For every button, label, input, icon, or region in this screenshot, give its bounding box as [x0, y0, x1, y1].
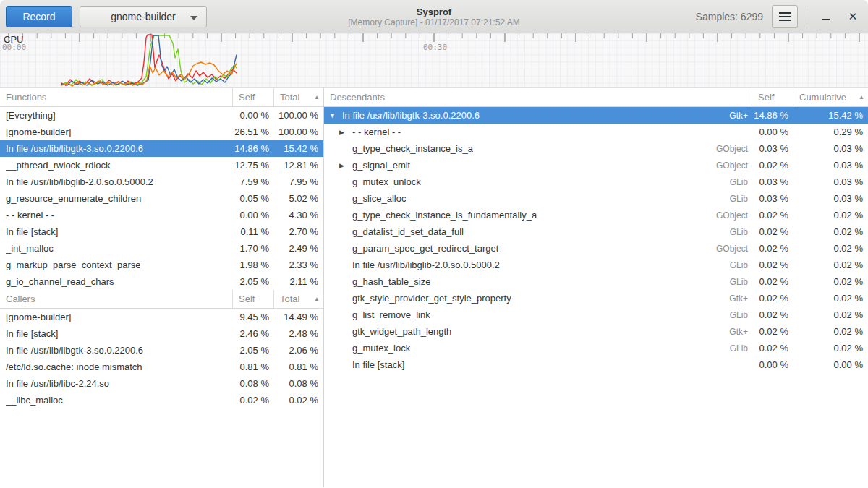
caller-row[interactable]: In file [stack]2.46 %2.48 % [0, 325, 323, 342]
symbol-name: g_slice_alloc [352, 193, 406, 204]
symbol-name-cell: ▶- - kernel - - [324, 127, 752, 137]
library-tag: GObject [716, 210, 752, 221]
symbol-name-cell: g_slice_allocGLib [324, 193, 752, 204]
function-row[interactable]: In file /usr/lib/libgtk-3.so.0.2200.614.… [0, 140, 323, 157]
total-percent: 2.11 % [274, 276, 323, 287]
total-percent: 100.00 % [274, 110, 323, 121]
caller-row[interactable]: __libc_malloc0.02 %0.02 % [0, 392, 323, 408]
self-percent: 0.00 % [233, 110, 274, 121]
column-header-functions[interactable]: Functions [0, 88, 233, 106]
symbol-name: In file [stack] [6, 226, 58, 237]
column-header-cumulative[interactable]: Cumulative ▲ [793, 88, 868, 106]
self-percent: 0.11 % [233, 226, 274, 237]
expander-open-icon[interactable]: ▼ [329, 112, 342, 119]
descendant-row[interactable]: In file /usr/lib/libglib-2.0.so.0.5000.2… [324, 257, 868, 273]
expander-closed-icon[interactable]: ▶ [339, 129, 352, 136]
function-row[interactable]: g_resource_enumerate_children0.05 %5.02 … [0, 190, 323, 207]
function-row[interactable]: g_markup_parse_context_parse1.98 %2.33 % [0, 257, 323, 273]
function-row[interactable]: g_io_channel_read_chars2.05 %2.11 % [0, 273, 323, 290]
symbol-name-cell: gtk_style_provider_get_style_propertyGtk… [324, 293, 752, 304]
descendant-row[interactable]: g_type_check_instance_is_aGObject0.03 %0… [324, 140, 868, 157]
descendant-row[interactable]: g_type_check_instance_is_fundamentally_a… [324, 207, 868, 223]
column-header-callers[interactable]: Callers [0, 290, 233, 308]
descendant-row[interactable]: g_hash_table_sizeGLib0.02 %0.02 % [324, 273, 868, 290]
right-pane: Descendants Self Cumulative ▲ ▼In file /… [324, 88, 868, 373]
process-selector-dropdown[interactable]: gnome-builder [80, 6, 207, 27]
descendant-row[interactable]: ▶- - kernel - -0.00 %0.29 % [324, 124, 868, 140]
symbol-name-cell: g_mutex_unlockGLib [324, 176, 752, 187]
cumulative-percent: 0.00 % [793, 359, 868, 370]
descendant-row[interactable]: In file [stack]0.00 %0.00 % [324, 356, 868, 373]
process-selector-label: gnome-builder [111, 11, 176, 22]
self-percent: 1.98 % [233, 260, 274, 270]
caller-row[interactable]: In file /usr/lib/libc-2.24.so0.08 %0.08 … [0, 375, 323, 392]
symbol-name-cell: In file /usr/lib/libglib-2.0.so.0.5000.2… [324, 260, 752, 270]
descendant-row[interactable]: gtk_style_provider_get_style_propertyGtk… [324, 290, 868, 307]
self-percent: 0.03 % [752, 143, 793, 154]
symbol-name: gtk_widget_path_length [352, 326, 451, 337]
self-percent: 0.00 % [233, 210, 274, 221]
symbol-name: - - kernel - - [6, 210, 54, 221]
symbol-name-cell: In file [stack] [0, 328, 233, 339]
column-header-total[interactable]: Total ▲ [274, 290, 323, 308]
library-tag: Gtk+ [729, 294, 752, 304]
symbol-name: In file /usr/lib/libc-2.24.so [6, 378, 109, 389]
descendant-row[interactable]: g_mutex_lockGLib0.02 %0.02 % [324, 340, 868, 356]
caller-row[interactable]: /etc/ld.so.cache: inode mismatch0.81 %0.… [0, 359, 323, 375]
function-row[interactable]: - - kernel - -0.00 %4.30 % [0, 207, 323, 223]
functions-table-header: Functions Self Total ▲ [0, 88, 323, 107]
symbol-name-cell: g_mutex_lockGLib [324, 343, 752, 354]
symbol-name-cell: - - kernel - - [0, 210, 233, 221]
cumulative-percent: 0.02 % [793, 309, 868, 320]
self-percent: 0.02 % [752, 293, 793, 304]
column-header-total-label: Total [280, 294, 299, 304]
expander-closed-icon[interactable]: ▶ [339, 162, 352, 169]
caller-row[interactable]: In file /usr/lib/libgtk-3.so.0.2200.62.0… [0, 342, 323, 359]
total-percent: 5.02 % [274, 193, 323, 204]
cumulative-percent: 0.02 % [793, 293, 868, 304]
function-row[interactable]: __pthread_rwlock_rdlock12.75 %12.81 % [0, 157, 323, 174]
menu-button[interactable] [772, 5, 798, 28]
self-percent: 0.02 % [752, 343, 793, 354]
library-tag: GLib [730, 227, 752, 237]
symbol-name: __pthread_rwlock_rdlock [6, 160, 111, 171]
column-header-self[interactable]: Self [233, 88, 274, 106]
function-row[interactable]: In file [stack]0.11 %2.70 % [0, 223, 323, 240]
total-percent: 0.02 % [274, 395, 323, 406]
descendant-row[interactable]: g_datalist_id_set_data_fullGLib0.02 %0.0… [324, 223, 868, 240]
symbol-name-cell: ▼In file /usr/lib/libgtk-3.so.0.2200.6Gt… [324, 110, 752, 121]
descendant-row[interactable]: ▶g_signal_emitGObject0.02 %0.03 % [324, 157, 868, 174]
column-header-total[interactable]: Total ▲ [274, 88, 323, 106]
descendant-row[interactable]: gtk_widget_path_lengthGtk+0.02 %0.02 % [324, 323, 868, 340]
caller-row[interactable]: [gnome-builder]9.45 %14.49 % [0, 309, 323, 325]
descendant-row[interactable]: ▼In file /usr/lib/libgtk-3.so.0.2200.6Gt… [324, 107, 868, 124]
self-percent: 0.02 % [752, 260, 793, 270]
symbol-name: __libc_malloc [6, 395, 63, 406]
cpu-graph[interactable]: CPU 00:00 00:30 [0, 33, 868, 88]
function-row[interactable]: _int_malloc1.70 %2.49 % [0, 240, 323, 257]
descendant-row[interactable]: g_param_spec_get_redirect_targetGObject0… [324, 240, 868, 257]
library-tag: GObject [716, 160, 752, 171]
descendant-row[interactable]: g_mutex_unlockGLib0.03 %0.03 % [324, 174, 868, 190]
self-percent: 1.70 % [233, 243, 274, 254]
close-button[interactable]: ✕ [843, 7, 862, 26]
self-percent: 0.05 % [233, 193, 274, 204]
function-row[interactable]: [gnome-builder]26.51 %100.00 % [0, 124, 323, 140]
total-percent: 15.42 % [274, 143, 323, 154]
descendant-row[interactable]: g_list_remove_linkGLib0.02 %0.02 % [324, 307, 868, 323]
column-header-self[interactable]: Self [233, 290, 274, 308]
self-percent: 0.03 % [752, 176, 793, 187]
symbol-name: In file /usr/lib/libgtk-3.so.0.2200.6 [6, 345, 143, 356]
self-percent: 0.02 % [752, 210, 793, 221]
library-tag: GLib [730, 177, 752, 187]
library-tag: GObject [716, 144, 752, 154]
minimize-button[interactable] [816, 7, 835, 26]
descendant-row[interactable]: g_slice_allocGLib0.03 %0.03 % [324, 190, 868, 207]
function-row[interactable]: In file /usr/lib/libglib-2.0.so.0.5000.2… [0, 174, 323, 190]
symbol-name-cell: In file [stack] [324, 359, 752, 370]
record-button[interactable]: Record [6, 6, 72, 27]
column-header-descendants[interactable]: Descendants [324, 88, 752, 106]
cumulative-percent: 0.29 % [793, 127, 868, 137]
column-header-self[interactable]: Self [752, 88, 793, 106]
function-row[interactable]: [Everything]0.00 %100.00 % [0, 107, 323, 124]
